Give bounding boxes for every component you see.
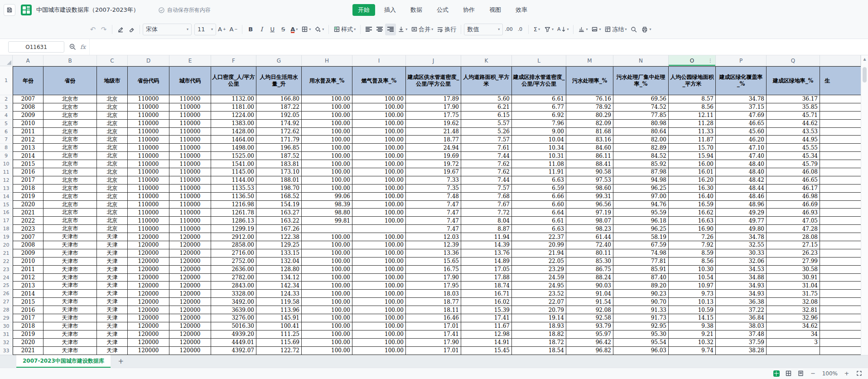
cell[interactable]: 37.59: [716, 339, 767, 347]
cell[interactable]: 1261.78: [211, 209, 256, 217]
cell[interactable]: 21.48: [406, 128, 461, 136]
cell[interactable]: 天津市: [43, 282, 97, 290]
cell[interactable]: 34.78: [716, 95, 767, 103]
cell[interactable]: 天津市: [43, 258, 97, 266]
cell[interactable]: 100.00: [352, 112, 406, 120]
cell[interactable]: 天津市: [43, 249, 97, 258]
cell[interactable]: 100.00: [352, 258, 406, 266]
cell[interactable]: 1224.00: [211, 112, 256, 120]
cell[interactable]: 7.47: [406, 225, 461, 233]
cell[interactable]: 120000: [169, 339, 211, 347]
column-header-A[interactable]: A: [13, 55, 43, 66]
column-header-Q[interactable]: Q: [767, 55, 820, 66]
cell[interactable]: [820, 339, 861, 347]
cell[interactable]: 2021: [13, 347, 43, 355]
cell[interactable]: 46.17: [767, 185, 820, 193]
cell[interactable]: 2858.00: [211, 241, 256, 249]
cell[interactable]: 100.00: [302, 306, 352, 314]
cell[interactable]: 6.63: [512, 176, 566, 185]
column-header-O[interactable]: O⋮: [669, 55, 716, 66]
cell[interactable]: 17.89: [406, 95, 461, 103]
cell[interactable]: 110000: [128, 193, 169, 201]
cell[interactable]: 4939.20: [211, 330, 256, 339]
cell[interactable]: 95.54: [613, 339, 669, 347]
cell[interactable]: 120000: [128, 241, 169, 249]
cell[interactable]: 10.32: [669, 339, 716, 347]
cell[interactable]: 187.22: [256, 103, 302, 112]
cell[interactable]: 94.76: [613, 201, 669, 209]
cell[interactable]: 111.25: [256, 330, 302, 339]
cell[interactable]: 113.96: [256, 306, 302, 314]
cell[interactable]: 46.98: [767, 193, 820, 201]
cell[interactable]: 34.53: [716, 266, 767, 274]
cell[interactable]: 97.19: [566, 209, 613, 217]
row-number[interactable]: 15: [0, 201, 13, 209]
cell[interactable]: 100.00: [352, 209, 406, 217]
cell[interactable]: 100.00: [302, 176, 352, 185]
cell[interactable]: 北京市: [43, 209, 97, 217]
cell[interactable]: 2636.00: [211, 266, 256, 274]
cell[interactable]: 2013: [13, 144, 43, 152]
cell[interactable]: 96.03: [613, 347, 669, 355]
cell[interactable]: 99.06: [302, 193, 352, 201]
cell[interactable]: 91.33: [613, 306, 669, 314]
cell[interactable]: 110000: [128, 217, 169, 225]
cell[interactable]: 96.18: [613, 217, 669, 225]
fullscreen-icon[interactable]: [856, 370, 863, 377]
cell[interactable]: 19.14: [512, 314, 566, 322]
cell[interactable]: 45.71: [767, 112, 820, 120]
column-header-B[interactable]: B: [43, 55, 97, 66]
cell[interactable]: 122.38: [256, 233, 302, 241]
cell[interactable]: 120000: [169, 322, 211, 330]
cell[interactable]: 2008: [13, 103, 43, 112]
cell[interactable]: 7.48: [406, 193, 461, 201]
cell[interactable]: 14.89: [461, 258, 512, 266]
cell[interactable]: 172.62: [256, 128, 302, 136]
cell[interactable]: 88.41: [566, 160, 613, 168]
cell[interactable]: 7.47: [406, 201, 461, 209]
cell[interactable]: 16.71: [461, 290, 512, 298]
cell[interactable]: 100.00: [302, 282, 352, 290]
cell[interactable]: 110000: [169, 225, 211, 233]
cell[interactable]: 100.00: [352, 233, 406, 241]
cell[interactable]: 2752.00: [211, 258, 256, 266]
underline-button[interactable]: U: [267, 24, 278, 35]
cell[interactable]: 74.98: [613, 249, 669, 258]
cell[interactable]: 11.33: [669, 128, 716, 136]
header-cell[interactable]: 省份: [43, 66, 97, 95]
cell[interactable]: 17.90: [406, 274, 461, 282]
cell[interactable]: [820, 314, 861, 322]
cell[interactable]: 10.30: [669, 266, 716, 274]
row-number[interactable]: 12: [0, 176, 13, 185]
cell[interactable]: 46.65: [716, 120, 767, 128]
cell[interactable]: 10.13: [669, 298, 716, 306]
autosum-button[interactable]: Σ▾: [531, 24, 542, 35]
row-number[interactable]: 4: [0, 112, 13, 120]
cell[interactable]: 4392.07: [211, 347, 256, 355]
cell[interactable]: [820, 330, 861, 339]
header-cell[interactable]: 燃气普及率_%: [352, 66, 406, 95]
cell[interactable]: 2014: [13, 290, 43, 298]
cell[interactable]: 1464.00: [211, 136, 256, 144]
page-view-icon[interactable]: [797, 370, 804, 377]
cell[interactable]: 6.60: [512, 201, 566, 209]
cell[interactable]: 18.77: [406, 298, 461, 306]
cell[interactable]: 3276.00: [211, 314, 256, 322]
cell[interactable]: 110000: [169, 217, 211, 225]
font-color-button[interactable]: A ▾: [289, 24, 299, 35]
cell[interactable]: 100.00: [352, 136, 406, 144]
cell[interactable]: 94.98: [613, 176, 669, 185]
cell[interactable]: 2020: [13, 201, 43, 209]
cell[interactable]: 15.70: [669, 144, 716, 152]
cell[interactable]: 69.56: [613, 95, 669, 103]
cell[interactable]: 6.15: [461, 112, 512, 120]
cell[interactable]: 91.73: [613, 314, 669, 322]
row-number[interactable]: 18: [0, 225, 13, 233]
cell[interactable]: 北京: [97, 209, 128, 217]
cell[interactable]: 12.98: [461, 330, 512, 339]
cell[interactable]: 167.26: [256, 225, 302, 233]
cell[interactable]: 110000: [169, 128, 211, 136]
insert-image-button[interactable]: ▾: [589, 24, 603, 35]
header-cell[interactable]: 人均道路面积_平方米: [461, 66, 512, 95]
cell[interactable]: 77.85: [613, 112, 669, 120]
